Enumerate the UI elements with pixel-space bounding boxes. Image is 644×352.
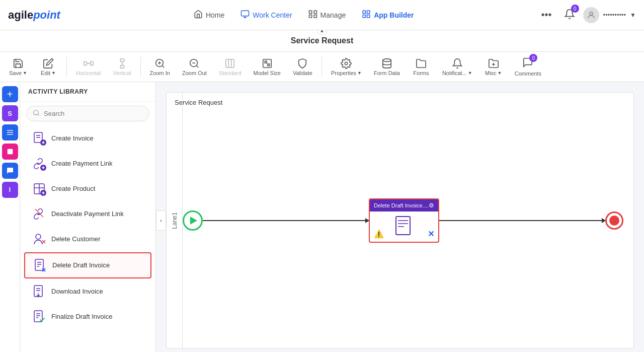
- toolbar-standard-label: Standard: [219, 70, 242, 76]
- toolbar-zoom-out[interactable]: Zoom Out: [177, 56, 212, 78]
- toolbar-validate-label: Validate: [293, 70, 312, 76]
- toolbar-model-size-label: Model Size: [254, 70, 281, 76]
- toolbar-notifications[interactable]: Notificat... ▼: [437, 56, 477, 78]
- nav-workcenter-label: Work Center: [253, 11, 292, 19]
- lane-label: Lane1: [171, 212, 178, 229]
- flow-node-header: Delete Draft Invoice.... ⚙: [370, 199, 438, 212]
- activity-item-finalize-draft-invoice[interactable]: Finalize Draft Invoice: [24, 305, 151, 329]
- toolbar-misc-label: Misc ▼: [485, 70, 502, 76]
- nav-manage[interactable]: Manage: [301, 6, 353, 25]
- activity-item-delete-draft-invoice[interactable]: Delete Draft Invoice: [24, 252, 151, 278]
- toolbar-properties-label: Properties ▼: [331, 70, 362, 76]
- search-icon: [33, 109, 40, 118]
- toolbar-notifications-label: Notificat... ▼: [442, 70, 472, 76]
- toolbar-comments[interactable]: 0 Comments: [510, 55, 546, 79]
- toolbar-vertical[interactable]: Vertical: [108, 56, 136, 78]
- sidebar-add-button[interactable]: +: [2, 86, 18, 102]
- logo-text: agilepoint: [8, 9, 60, 22]
- flow-arrow-1: [203, 220, 369, 221]
- sidebar-id-button[interactable]: I: [2, 182, 18, 198]
- activity-item-delete-customer-label: Delete Customer: [51, 235, 101, 244]
- search-box[interactable]: [26, 106, 149, 121]
- lane-container: Lane1: [167, 93, 183, 348]
- flow-node-gear-icon[interactable]: ⚙: [429, 202, 434, 209]
- svg-line-19: [162, 65, 164, 67]
- app-logo[interactable]: agilepoint: [8, 9, 60, 22]
- nav-home[interactable]: Home: [187, 6, 231, 25]
- svg-rect-15: [120, 58, 124, 61]
- toolbar-divider-1: [66, 57, 67, 77]
- toolbar-horizontal[interactable]: Horizontal: [71, 56, 106, 78]
- nav-right: ••• 0 •••••••••• ▼: [537, 7, 636, 23]
- svg-rect-72: [396, 217, 410, 235]
- activity-item-deactivate-payment-link[interactable]: Deactivate Payment Link: [24, 202, 151, 226]
- toolbar-model-size[interactable]: Model Size: [249, 56, 286, 78]
- toolbar-form-data-label: Form Data: [374, 70, 400, 76]
- activity-item-create-product[interactable]: Create Product: [24, 177, 151, 201]
- svg-point-29: [345, 62, 348, 65]
- notification-button[interactable]: 0: [562, 7, 577, 23]
- activity-item-download-invoice-label: Download Invoice: [51, 288, 103, 296]
- flow-node-x-icon: ✕: [428, 229, 434, 239]
- canvas-area: Service Request Lane1 Delete Draft: [156, 82, 644, 352]
- activity-item-finalize-draft-invoice-label: Finalize Draft Invoice: [51, 313, 112, 321]
- toolbar-form-data[interactable]: Form Data: [369, 56, 405, 78]
- comments-badge: 0: [529, 54, 537, 62]
- svg-rect-16: [120, 65, 124, 68]
- sidebar-chat-button[interactable]: [2, 163, 18, 179]
- svg-rect-9: [363, 15, 365, 17]
- activity-item-create-invoice[interactable]: Create Invoice: [24, 126, 151, 151]
- user-avatar: [583, 7, 599, 23]
- toolbar-save[interactable]: Save ▼: [4, 56, 32, 78]
- nav-manage-label: Manage: [320, 11, 346, 19]
- nav-appbuilder[interactable]: App Builder: [355, 6, 421, 25]
- toolbar-edit[interactable]: Edit ▼: [34, 56, 62, 78]
- toolbar-save-label: Save ▼: [9, 70, 27, 76]
- search-input[interactable]: [44, 110, 143, 117]
- flow-end-node[interactable]: [605, 212, 623, 230]
- svg-rect-3: [309, 11, 311, 13]
- flow-node-delete-draft-invoice[interactable]: Delete Draft Invoice.... ⚙ ⚠️: [369, 198, 439, 243]
- sidebar-list-button[interactable]: [2, 124, 18, 140]
- canvas-inner[interactable]: Service Request Lane1 Delete Draft: [166, 92, 634, 348]
- toolbar-zoom-in-label: Zoom In: [150, 70, 170, 76]
- activity-item-delete-customer[interactable]: Delete Customer: [24, 227, 151, 251]
- toolbar-edit-label: Edit ▼: [41, 70, 56, 76]
- toolbar-properties[interactable]: Properties ▼: [326, 56, 367, 78]
- nav-appbuilder-label: App Builder: [374, 11, 414, 19]
- sidebar-pink-button[interactable]: [2, 144, 18, 160]
- toolbar-standard[interactable]: Standard: [214, 56, 247, 78]
- toolbar-zoom-in[interactable]: Zoom In: [145, 56, 175, 78]
- user-chevron-icon: ▼: [630, 12, 636, 19]
- toolbar-comments-label: Comments: [515, 71, 541, 77]
- svg-rect-25: [226, 59, 234, 67]
- nav-workcenter[interactable]: Work Center: [233, 6, 299, 25]
- svg-line-38: [38, 114, 39, 116]
- sidebar-icons: + S I: [0, 82, 20, 352]
- panel-collapse-button[interactable]: ‹: [156, 210, 166, 231]
- toolbar-zoom-out-label: Zoom Out: [182, 70, 207, 76]
- toolbar-comments-badge-wrapper: 0: [522, 57, 533, 69]
- top-navigation: agilepoint Home Work Center Manage App: [0, 0, 644, 30]
- svg-rect-34: [7, 132, 13, 132]
- user-area[interactable]: •••••••••• ▼: [583, 7, 636, 23]
- toolbar-validate[interactable]: Validate: [288, 56, 317, 78]
- flow-node-warning-icon: ⚠️: [374, 229, 384, 239]
- toolbar-misc[interactable]: Misc ▼: [479, 56, 508, 78]
- nav-more-button[interactable]: •••: [537, 7, 556, 23]
- svg-rect-5: [309, 15, 311, 17]
- svg-rect-8: [367, 11, 370, 13]
- svg-point-11: [590, 12, 593, 15]
- activity-item-create-payment-link[interactable]: Create Payment Link: [24, 152, 151, 176]
- toolbar-forms[interactable]: Forms: [407, 56, 435, 78]
- notification-badge: 0: [571, 5, 579, 13]
- svg-rect-0: [242, 11, 249, 16]
- activity-library-header: ACTIVITY LIBRARY: [20, 82, 155, 102]
- flow-start-node[interactable]: [183, 210, 203, 231]
- nav-items: Home Work Center Manage App Builder: [74, 6, 533, 25]
- svg-rect-6: [314, 15, 316, 17]
- toolbar-vertical-label: Vertical: [113, 70, 131, 76]
- sidebar-s-button[interactable]: S: [2, 105, 18, 121]
- svg-rect-33: [7, 130, 13, 130]
- activity-item-download-invoice[interactable]: Download Invoice: [24, 279, 151, 304]
